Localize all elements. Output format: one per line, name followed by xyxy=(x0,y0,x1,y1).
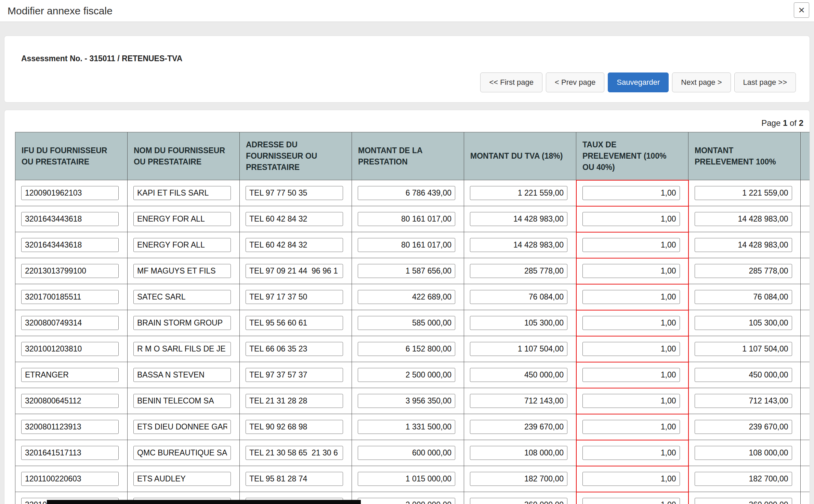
montant-tva-input[interactable] xyxy=(470,498,567,504)
montant-prestation-input[interactable] xyxy=(358,368,455,382)
montant-tva-input[interactable] xyxy=(470,212,567,226)
taux-input[interactable] xyxy=(582,238,680,252)
montant-prelevement-100-input[interactable] xyxy=(695,290,792,304)
montant-tva-input[interactable] xyxy=(470,316,567,330)
nom-input[interactable] xyxy=(133,472,231,486)
ifu-input[interactable] xyxy=(21,472,119,486)
montant-prelevement-100-input[interactable] xyxy=(695,186,792,200)
montant-prelevement-100-input[interactable] xyxy=(695,238,792,252)
nom-input[interactable] xyxy=(133,446,231,460)
ifu-input[interactable] xyxy=(21,238,119,252)
montant-tva-input[interactable] xyxy=(470,238,567,252)
last-page-button[interactable]: Last page >> xyxy=(734,72,796,92)
adresse-input[interactable] xyxy=(246,394,343,408)
ifu-input[interactable] xyxy=(21,186,119,200)
montant-prelevement-100-input[interactable] xyxy=(695,342,792,356)
taux-input[interactable] xyxy=(582,368,680,382)
montant-prestation-input[interactable] xyxy=(358,446,455,460)
taux-input[interactable] xyxy=(582,316,680,330)
montant-prestation-input[interactable] xyxy=(358,394,455,408)
montant-tva-input[interactable] xyxy=(470,186,567,200)
montant-prelevement-100-input[interactable] xyxy=(695,212,792,226)
taux-input[interactable] xyxy=(582,342,680,356)
montant-prelevement-100-input[interactable] xyxy=(695,264,792,278)
montant-tva-input[interactable] xyxy=(470,290,567,304)
adresse-input[interactable] xyxy=(246,290,343,304)
taux-input[interactable] xyxy=(582,186,680,200)
modal-body: Assessment No. - 315011 / RETENUES-TVA <… xyxy=(0,22,814,504)
nom-input[interactable] xyxy=(133,420,231,434)
montant-tva-input[interactable] xyxy=(470,446,567,460)
adresse-input[interactable] xyxy=(246,316,343,330)
adresse-input[interactable] xyxy=(246,368,343,382)
montant-tva-input[interactable] xyxy=(470,368,567,382)
nom-input[interactable] xyxy=(133,238,231,252)
montant-prelevement-100-input[interactable] xyxy=(695,316,792,330)
cell-taux xyxy=(576,232,688,258)
montant-prelevement-100-input[interactable] xyxy=(695,472,792,486)
taux-input[interactable] xyxy=(582,420,680,434)
first-page-button[interactable]: << First page xyxy=(480,72,542,92)
nom-input[interactable] xyxy=(133,290,231,304)
montant-prestation-input[interactable] xyxy=(358,264,455,278)
montant-tva-input[interactable] xyxy=(470,394,567,408)
montant-prestation-input[interactable] xyxy=(358,342,455,356)
ifu-input[interactable] xyxy=(21,446,119,460)
adresse-input[interactable] xyxy=(246,264,343,278)
montant-prestation-input[interactable] xyxy=(358,238,455,252)
taux-input[interactable] xyxy=(582,472,680,486)
ifu-input[interactable] xyxy=(21,264,119,278)
montant-prestation-input[interactable] xyxy=(358,420,455,434)
ifu-input[interactable] xyxy=(21,342,119,356)
taux-input[interactable] xyxy=(582,446,680,460)
taux-input[interactable] xyxy=(582,498,680,504)
montant-prestation-input[interactable] xyxy=(358,472,455,486)
ifu-input[interactable] xyxy=(21,212,119,226)
header-row: IFU DU FOURNISSEUR OU PRESTATAIRE NOM DU… xyxy=(15,132,810,180)
adresse-input[interactable] xyxy=(246,212,343,226)
nom-input[interactable] xyxy=(133,186,231,200)
next-page-button[interactable]: Next page > xyxy=(672,72,731,92)
adresse-input[interactable] xyxy=(246,446,343,460)
adresse-input[interactable] xyxy=(246,420,343,434)
taux-input[interactable] xyxy=(582,394,680,408)
nom-input[interactable] xyxy=(133,394,231,408)
montant-tva-input[interactable] xyxy=(470,472,567,486)
nom-input[interactable] xyxy=(133,368,231,382)
montant-prelevement-100-input[interactable] xyxy=(695,368,792,382)
adresse-input[interactable] xyxy=(246,342,343,356)
ifu-input[interactable] xyxy=(21,368,119,382)
nom-input[interactable] xyxy=(133,264,231,278)
montant-tva-input[interactable] xyxy=(470,342,567,356)
montant-prelevement-100-input[interactable] xyxy=(695,446,792,460)
cell-nom xyxy=(128,466,240,492)
montant-prestation-input[interactable] xyxy=(358,316,455,330)
montant-tva-input[interactable] xyxy=(470,264,567,278)
montant-prestation-input[interactable] xyxy=(358,498,455,504)
nom-input[interactable] xyxy=(133,212,231,226)
montant-prestation-input[interactable] xyxy=(358,290,455,304)
save-button[interactable]: Sauvegarder xyxy=(608,72,669,92)
montant-prestation-input[interactable] xyxy=(358,212,455,226)
cell-ifu xyxy=(15,258,128,284)
ifu-input[interactable] xyxy=(21,290,119,304)
prev-page-button[interactable]: < Prev page xyxy=(546,72,604,92)
taux-input[interactable] xyxy=(582,290,680,304)
adresse-input[interactable] xyxy=(246,186,343,200)
adresse-input[interactable] xyxy=(246,472,343,486)
montant-tva-input[interactable] xyxy=(470,420,567,434)
nom-input[interactable] xyxy=(133,316,231,330)
montant-prelevement-100-input[interactable] xyxy=(695,420,792,434)
taux-input[interactable] xyxy=(582,212,680,226)
table-row xyxy=(15,466,810,492)
ifu-input[interactable] xyxy=(21,316,119,330)
close-button[interactable]: × xyxy=(794,2,809,18)
taux-input[interactable] xyxy=(582,264,680,278)
montant-prelevement-100-input[interactable] xyxy=(695,498,792,504)
montant-prestation-input[interactable] xyxy=(358,186,455,200)
ifu-input[interactable] xyxy=(21,394,119,408)
adresse-input[interactable] xyxy=(246,238,343,252)
nom-input[interactable] xyxy=(133,342,231,356)
montant-prelevement-100-input[interactable] xyxy=(695,394,792,408)
ifu-input[interactable] xyxy=(21,420,119,434)
